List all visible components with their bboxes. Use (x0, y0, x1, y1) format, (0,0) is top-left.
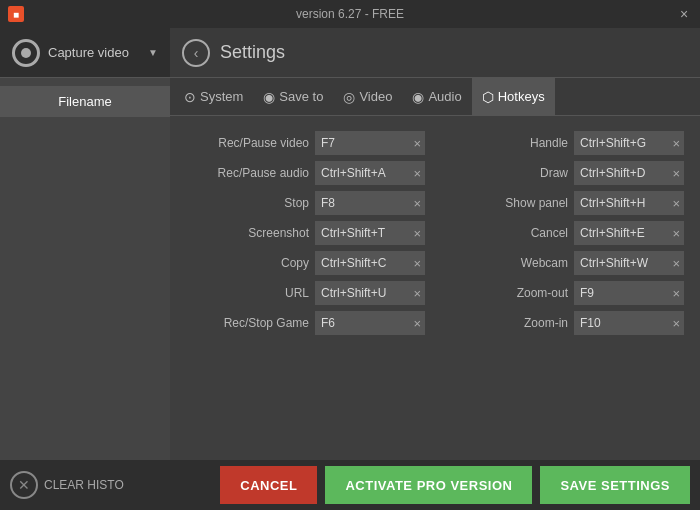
hotkey-clear-screenshot[interactable]: × (413, 226, 421, 241)
hotkey-label-rec-pause-audio: Rec/Pause audio (186, 166, 309, 180)
hotkey-input-zoom-in[interactable] (574, 311, 684, 335)
tab-saveto[interactable]: ◉ Save to (253, 78, 333, 116)
main-window: ■ version 6.27 - FREE × Capture video ▼ … (0, 0, 700, 510)
audio-icon: ◉ (412, 89, 424, 105)
hotkey-clear-zoom-out[interactable]: × (672, 286, 680, 301)
hotkey-input-webcam[interactable] (574, 251, 684, 275)
record-circle-icon (12, 39, 40, 67)
hotkey-input-zoom-out[interactable] (574, 281, 684, 305)
hotkey-label-webcam: Webcam (445, 256, 568, 270)
hotkey-input-draw[interactable] (574, 161, 684, 185)
tabs-bar: ⊙ System ◉ Save to ◎ Video ◉ Audio ⬡ H (170, 78, 700, 116)
hotkey-clear-webcam[interactable]: × (672, 256, 680, 271)
saveto-icon: ◉ (263, 89, 275, 105)
sidebar-tabs: Filename (0, 78, 170, 460)
version-text: version 6.27 - FREE (24, 7, 676, 21)
hotkey-row-rec-pause-audio: Rec/Pause audio × (186, 158, 425, 188)
hotkey-input-url[interactable] (315, 281, 425, 305)
hotkey-clear-copy[interactable]: × (413, 256, 421, 271)
record-dot-icon (21, 48, 31, 58)
hotkey-row-screenshot: Screenshot × (186, 218, 425, 248)
hotkey-row-handle: Handle × (445, 128, 684, 158)
hotkey-row-url: URL × (186, 278, 425, 308)
hotkey-label-draw: Draw (445, 166, 568, 180)
hotkey-input-stop[interactable] (315, 191, 425, 215)
hotkey-label-stop: Stop (186, 196, 309, 210)
footer: ✕ CLEAR HISTO CANCEL ACTIVATE PRO VERSIO… (0, 460, 700, 510)
hotkey-label-zoom-in: Zoom-in (445, 316, 568, 330)
activate-pro-button[interactable]: ACTIVATE PRO VERSION (325, 466, 532, 504)
chevron-down-icon: ▼ (148, 47, 158, 58)
hotkey-input-copy[interactable] (315, 251, 425, 275)
sidebar-item-filename[interactable]: Filename (0, 86, 170, 117)
sidebar: Capture video ▼ Filename (0, 28, 170, 460)
hotkey-clear-cancel[interactable]: × (672, 226, 680, 241)
title-bar-left: ■ (8, 6, 24, 22)
hotkey-label-handle: Handle (445, 136, 568, 150)
hotkey-clear-rec-pause-video[interactable]: × (413, 136, 421, 151)
hotkey-row-cancel: Cancel × (445, 218, 684, 248)
hotkey-clear-rec-stop-game[interactable]: × (413, 316, 421, 331)
hotkeys-grid: Rec/Pause video × Rec/Pause audio × (186, 128, 684, 338)
hotkey-input-handle[interactable] (574, 131, 684, 155)
hotkey-input-wrap-rec-pause-video: × (315, 131, 425, 155)
hotkey-label-copy: Copy (186, 256, 309, 270)
hotkey-label-screenshot: Screenshot (186, 226, 309, 240)
hotkey-row-rec-stop-game: Rec/Stop Game × (186, 308, 425, 338)
footer-left: ✕ CLEAR HISTO (10, 471, 124, 499)
hotkeys-left-col: Rec/Pause video × Rec/Pause audio × (186, 128, 425, 338)
back-button[interactable]: ‹ (182, 39, 210, 67)
hotkey-label-url: URL (186, 286, 309, 300)
hotkey-row-stop: Stop × (186, 188, 425, 218)
hotkey-clear-handle[interactable]: × (672, 136, 680, 151)
hotkey-row-zoom-out: Zoom-out × (445, 278, 684, 308)
clear-history-icon[interactable]: ✕ (10, 471, 38, 499)
hotkey-input-rec-pause-audio[interactable] (315, 161, 425, 185)
hotkeys-icon: ⬡ (482, 89, 494, 105)
hotkeys-right-col: Handle × Draw × (445, 128, 684, 338)
system-icon: ⊙ (184, 89, 196, 105)
hotkey-row-show-panel: Show panel × (445, 188, 684, 218)
hotkey-clear-show-panel[interactable]: × (672, 196, 680, 211)
close-button[interactable]: × (676, 6, 692, 22)
tab-hotkeys[interactable]: ⬡ Hotkeys (472, 78, 555, 116)
hotkey-input-rec-pause-video[interactable] (315, 131, 425, 155)
cancel-button[interactable]: CANCEL (220, 466, 317, 504)
hotkey-label-rec-stop-game: Rec/Stop Game (186, 316, 309, 330)
settings-header: ‹ Settings (170, 28, 700, 78)
hotkey-label-zoom-out: Zoom-out (445, 286, 568, 300)
hotkey-row-zoom-in: Zoom-in × (445, 308, 684, 338)
hotkey-clear-zoom-in[interactable]: × (672, 316, 680, 331)
hotkey-input-rec-stop-game[interactable] (315, 311, 425, 335)
tab-video[interactable]: ◎ Video (333, 78, 402, 116)
capture-video-button[interactable]: Capture video ▼ (0, 28, 170, 78)
hotkey-row-rec-pause-video: Rec/Pause video × (186, 128, 425, 158)
save-settings-button[interactable]: SAVE SETTINGS (540, 466, 690, 504)
settings-title: Settings (220, 42, 285, 63)
title-bar: ■ version 6.27 - FREE × (0, 0, 700, 28)
hotkey-clear-url[interactable]: × (413, 286, 421, 301)
hotkey-clear-stop[interactable]: × (413, 196, 421, 211)
capture-label: Capture video (48, 45, 140, 60)
clear-history-label: CLEAR HISTO (44, 478, 124, 492)
content-area: ‹ Settings ⊙ System ◉ Save to ◎ Video (170, 28, 700, 460)
tab-system[interactable]: ⊙ System (174, 78, 253, 116)
hotkey-clear-draw[interactable]: × (672, 166, 680, 181)
hotkey-label-show-panel: Show panel (445, 196, 568, 210)
main-area: Capture video ▼ Filename ‹ Settings ⊙ Sy… (0, 28, 700, 460)
hotkey-input-screenshot[interactable] (315, 221, 425, 245)
hotkey-label-cancel: Cancel (445, 226, 568, 240)
hotkey-input-cancel[interactable] (574, 221, 684, 245)
video-icon: ◎ (343, 89, 355, 105)
hotkey-input-show-panel[interactable] (574, 191, 684, 215)
hotkey-row-copy: Copy × (186, 248, 425, 278)
tab-audio[interactable]: ◉ Audio (402, 78, 471, 116)
hotkey-row-webcam: Webcam × (445, 248, 684, 278)
hotkey-row-draw: Draw × (445, 158, 684, 188)
hotkey-clear-rec-pause-audio[interactable]: × (413, 166, 421, 181)
hotkeys-content: Rec/Pause video × Rec/Pause audio × (170, 116, 700, 460)
app-icon: ■ (8, 6, 24, 22)
hotkey-label-rec-pause-video: Rec/Pause video (186, 136, 309, 150)
